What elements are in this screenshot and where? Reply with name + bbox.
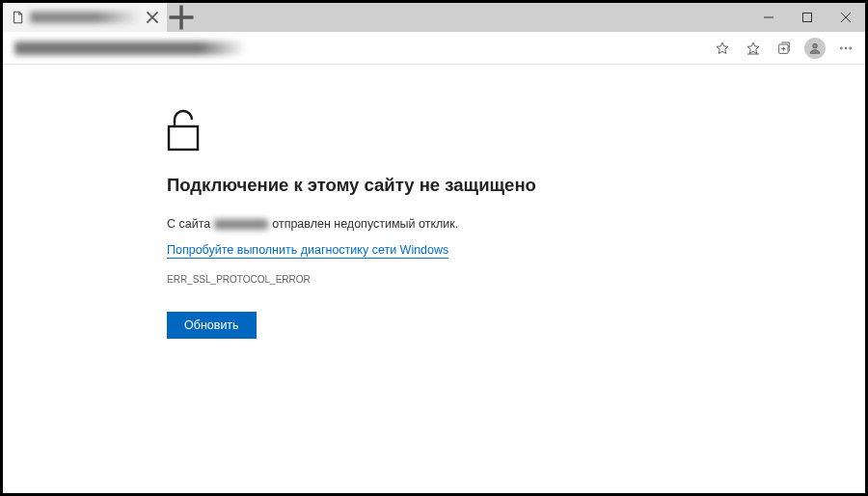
url-redacted[interactable] bbox=[14, 41, 246, 55]
svg-point-2 bbox=[813, 43, 818, 48]
diagnostics-link[interactable]: Попробуйте выполнить диагностику сети Wi… bbox=[167, 243, 448, 259]
collections-icon[interactable] bbox=[771, 35, 798, 62]
active-tab[interactable] bbox=[3, 3, 167, 32]
window-controls bbox=[749, 3, 865, 32]
more-menu-icon[interactable] bbox=[832, 35, 859, 62]
unlocked-lock-icon bbox=[167, 107, 865, 155]
error-code: ERR_SSL_PROTOCOL_ERROR bbox=[167, 274, 865, 285]
refresh-button[interactable]: Обновить bbox=[167, 312, 257, 339]
close-tab-icon[interactable] bbox=[146, 11, 159, 24]
error-sub-prefix: С сайта bbox=[167, 217, 210, 231]
close-window-button[interactable] bbox=[827, 3, 865, 32]
profile-avatar[interactable] bbox=[801, 35, 828, 62]
favorite-star-icon[interactable] bbox=[709, 35, 736, 62]
favorites-bar-icon[interactable] bbox=[740, 35, 767, 62]
tab-title-redacted bbox=[30, 12, 140, 23]
svg-rect-6 bbox=[169, 126, 198, 150]
svg-point-3 bbox=[840, 47, 842, 49]
svg-rect-0 bbox=[803, 14, 812, 22]
error-subtext: С сайта отправлен недопустимый отклик. bbox=[167, 217, 865, 231]
tab-strip bbox=[3, 3, 865, 32]
error-heading: Подключение к этому сайту не защищено bbox=[167, 175, 865, 196]
svg-point-4 bbox=[845, 47, 847, 49]
error-sub-suffix: отправлен недопустимый отклик. bbox=[272, 217, 458, 231]
minimize-button[interactable] bbox=[749, 3, 788, 32]
address-bar bbox=[3, 32, 865, 65]
file-icon bbox=[11, 11, 24, 24]
maximize-button[interactable] bbox=[788, 3, 827, 32]
svg-point-5 bbox=[850, 47, 852, 49]
browser-window: Подключение к этому сайту не защищено С … bbox=[0, 0, 868, 496]
site-name-redacted bbox=[214, 219, 268, 230]
error-page-content: Подключение к этому сайту не защищено С … bbox=[3, 65, 865, 493]
new-tab-button[interactable] bbox=[167, 3, 196, 32]
